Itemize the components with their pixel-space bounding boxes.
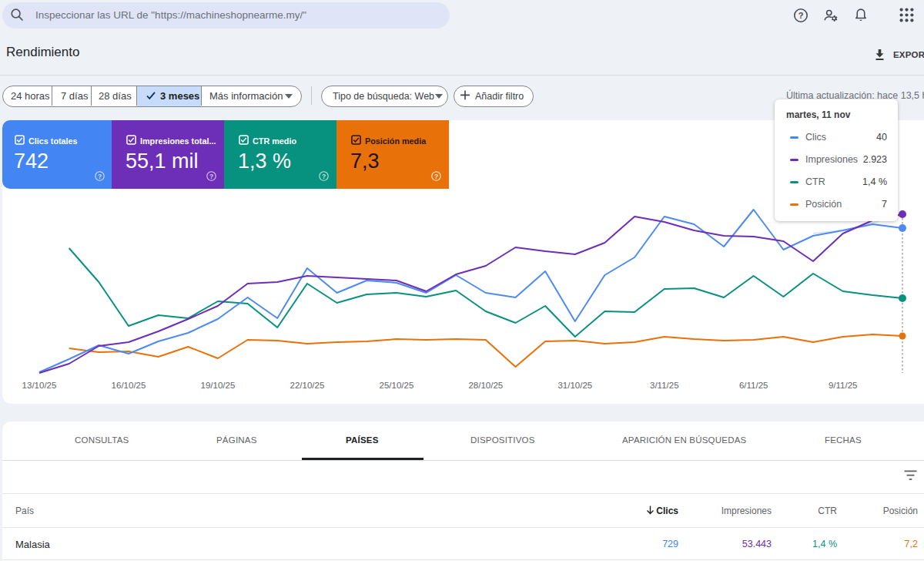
svg-text:6/11/25: 6/11/25 xyxy=(739,381,768,390)
svg-text:?: ? xyxy=(322,173,326,180)
svg-text:31/10/25: 31/10/25 xyxy=(557,381,592,390)
svg-text:?: ? xyxy=(209,173,213,180)
svg-text:?: ? xyxy=(434,173,438,180)
svg-text:?: ? xyxy=(798,11,804,20)
svg-text:?: ? xyxy=(98,173,102,180)
svg-text:13/10/25: 13/10/25 xyxy=(22,381,57,390)
svg-text:3/11/25: 3/11/25 xyxy=(650,381,679,390)
svg-text:19/10/25: 19/10/25 xyxy=(201,381,236,390)
svg-text:25/10/25: 25/10/25 xyxy=(380,381,414,390)
svg-text:16/10/25: 16/10/25 xyxy=(112,381,146,390)
svg-text:9/11/25: 9/11/25 xyxy=(829,381,858,390)
svg-text:28/10/25: 28/10/25 xyxy=(468,381,503,390)
svg-text:22/10/25: 22/10/25 xyxy=(290,381,325,390)
